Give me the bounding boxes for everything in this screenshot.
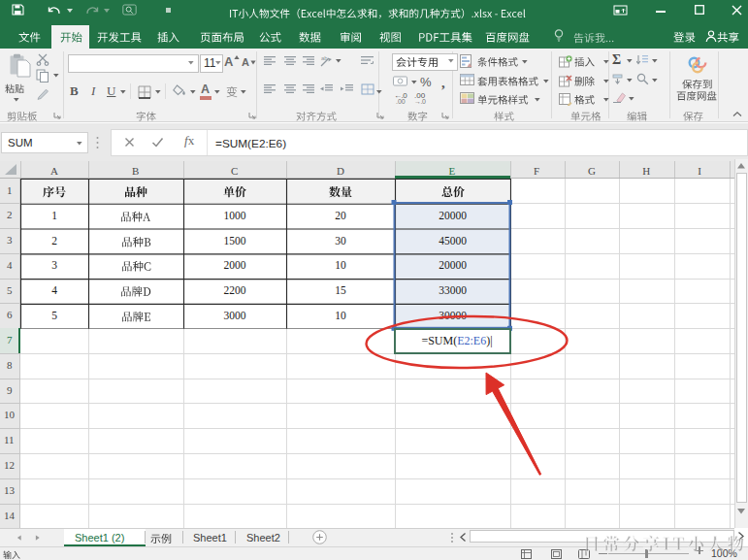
svg-text:ab: ab [321,55,328,61]
